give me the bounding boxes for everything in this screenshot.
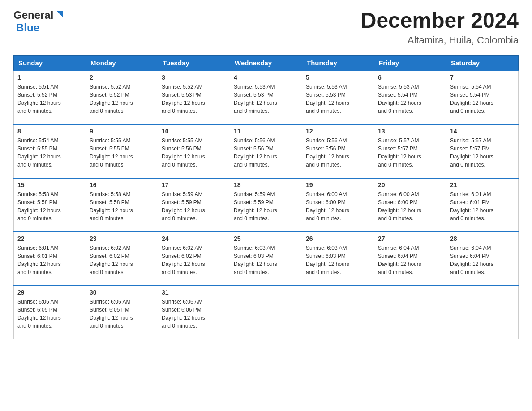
calendar-day-cell: 1Sunrise: 5:51 AMSunset: 5:52 PMDaylight… bbox=[14, 71, 86, 124]
calendar-day-cell: 5Sunrise: 5:53 AMSunset: 5:53 PMDaylight… bbox=[302, 71, 374, 124]
day-info: Sunrise: 5:54 AMSunset: 5:54 PMDaylight:… bbox=[450, 83, 515, 115]
calendar-day-cell: 14Sunrise: 5:57 AMSunset: 5:57 PMDayligh… bbox=[446, 124, 519, 178]
day-number: 29 bbox=[17, 289, 82, 296]
day-number: 18 bbox=[234, 181, 298, 188]
day-number: 22 bbox=[17, 235, 82, 242]
day-info: Sunrise: 6:05 AMSunset: 6:05 PMDaylight:… bbox=[90, 298, 154, 330]
calendar-day-cell bbox=[302, 286, 374, 339]
day-info: Sunrise: 5:59 AMSunset: 5:59 PMDaylight:… bbox=[162, 190, 226, 223]
calendar-day-cell: 7Sunrise: 5:54 AMSunset: 5:54 PMDaylight… bbox=[446, 71, 519, 124]
day-info: Sunrise: 5:52 AMSunset: 5:52 PMDaylight:… bbox=[90, 83, 154, 115]
day-info: Sunrise: 6:00 AMSunset: 6:00 PMDaylight:… bbox=[378, 190, 442, 223]
logo-general-text: General bbox=[13, 9, 53, 21]
calendar-day-cell: 22Sunrise: 6:01 AMSunset: 6:01 PMDayligh… bbox=[14, 232, 86, 286]
title-area: December 2024 Altamira, Huila, Colombia bbox=[361, 9, 519, 46]
weekday-header-wednesday: Wednesday bbox=[230, 55, 302, 71]
day-number: 26 bbox=[306, 235, 370, 242]
calendar-day-cell bbox=[374, 286, 446, 339]
calendar-week-row: 1Sunrise: 5:51 AMSunset: 5:52 PMDaylight… bbox=[14, 71, 519, 124]
day-number: 30 bbox=[90, 289, 154, 296]
day-number: 31 bbox=[162, 289, 226, 296]
day-number: 21 bbox=[450, 181, 515, 188]
day-number: 10 bbox=[162, 128, 226, 135]
month-title: December 2024 bbox=[361, 9, 519, 33]
calendar-day-cell: 29Sunrise: 6:05 AMSunset: 6:05 PMDayligh… bbox=[14, 286, 86, 339]
day-info: Sunrise: 5:57 AMSunset: 5:57 PMDaylight:… bbox=[378, 137, 442, 169]
day-number: 17 bbox=[162, 181, 226, 188]
calendar-day-cell: 9Sunrise: 5:55 AMSunset: 5:55 PMDaylight… bbox=[86, 124, 158, 178]
page-header: General Blue December 2024 Altamira, Hui… bbox=[13, 9, 519, 46]
calendar-day-cell: 11Sunrise: 5:56 AMSunset: 5:56 PMDayligh… bbox=[230, 124, 302, 178]
location-title: Altamira, Huila, Colombia bbox=[361, 34, 519, 46]
calendar-day-cell: 31Sunrise: 6:06 AMSunset: 6:06 PMDayligh… bbox=[158, 286, 230, 339]
day-number: 6 bbox=[378, 74, 442, 81]
day-number: 3 bbox=[162, 74, 226, 81]
weekday-header-friday: Friday bbox=[374, 55, 446, 71]
calendar-day-cell: 3Sunrise: 5:52 AMSunset: 5:53 PMDaylight… bbox=[158, 71, 230, 124]
calendar-day-cell: 25Sunrise: 6:03 AMSunset: 6:03 PMDayligh… bbox=[230, 232, 302, 286]
day-info: Sunrise: 5:53 AMSunset: 5:53 PMDaylight:… bbox=[234, 83, 298, 115]
day-number: 5 bbox=[306, 74, 370, 81]
calendar-day-cell: 23Sunrise: 6:02 AMSunset: 6:02 PMDayligh… bbox=[86, 232, 158, 286]
calendar-day-cell: 26Sunrise: 6:03 AMSunset: 6:03 PMDayligh… bbox=[302, 232, 374, 286]
day-number: 13 bbox=[378, 128, 442, 135]
logo-triangle-icon bbox=[54, 9, 64, 19]
day-number: 28 bbox=[450, 235, 515, 242]
calendar-day-cell: 8Sunrise: 5:54 AMSunset: 5:55 PMDaylight… bbox=[14, 124, 86, 178]
day-info: Sunrise: 5:53 AMSunset: 5:54 PMDaylight:… bbox=[378, 83, 442, 115]
day-number: 7 bbox=[450, 74, 515, 81]
day-info: Sunrise: 6:01 AMSunset: 6:01 PMDaylight:… bbox=[17, 244, 82, 276]
day-number: 19 bbox=[306, 181, 370, 188]
calendar-day-cell bbox=[446, 286, 519, 339]
day-info: Sunrise: 6:05 AMSunset: 6:05 PMDaylight:… bbox=[17, 298, 82, 330]
calendar-day-cell: 27Sunrise: 6:04 AMSunset: 6:04 PMDayligh… bbox=[374, 232, 446, 286]
logo: General Blue bbox=[13, 9, 64, 34]
day-info: Sunrise: 5:53 AMSunset: 5:53 PMDaylight:… bbox=[306, 83, 370, 115]
calendar-day-cell bbox=[230, 286, 302, 339]
day-number: 12 bbox=[306, 128, 370, 135]
weekday-header-monday: Monday bbox=[86, 55, 158, 71]
day-info: Sunrise: 5:58 AMSunset: 5:58 PMDaylight:… bbox=[17, 190, 82, 223]
calendar-header-row: SundayMondayTuesdayWednesdayThursdayFrid… bbox=[14, 55, 519, 71]
day-info: Sunrise: 5:58 AMSunset: 5:58 PMDaylight:… bbox=[90, 190, 154, 223]
day-number: 11 bbox=[234, 128, 298, 135]
calendar-day-cell: 19Sunrise: 6:00 AMSunset: 6:00 PMDayligh… bbox=[302, 178, 374, 232]
calendar-day-cell: 10Sunrise: 5:55 AMSunset: 5:56 PMDayligh… bbox=[158, 124, 230, 178]
day-number: 4 bbox=[234, 74, 298, 81]
weekday-header-thursday: Thursday bbox=[302, 55, 374, 71]
calendar-day-cell: 24Sunrise: 6:02 AMSunset: 6:02 PMDayligh… bbox=[158, 232, 230, 286]
weekday-header-sunday: Sunday bbox=[14, 55, 86, 71]
day-info: Sunrise: 6:02 AMSunset: 6:02 PMDaylight:… bbox=[162, 244, 226, 276]
day-info: Sunrise: 5:52 AMSunset: 5:53 PMDaylight:… bbox=[162, 83, 226, 115]
calendar-day-cell: 21Sunrise: 6:01 AMSunset: 6:01 PMDayligh… bbox=[446, 178, 519, 232]
day-number: 14 bbox=[450, 128, 515, 135]
day-info: Sunrise: 5:51 AMSunset: 5:52 PMDaylight:… bbox=[17, 83, 82, 115]
day-info: Sunrise: 6:00 AMSunset: 6:00 PMDaylight:… bbox=[306, 190, 370, 223]
calendar-day-cell: 12Sunrise: 5:56 AMSunset: 5:56 PMDayligh… bbox=[302, 124, 374, 178]
day-info: Sunrise: 5:54 AMSunset: 5:55 PMDaylight:… bbox=[17, 137, 82, 169]
day-info: Sunrise: 5:55 AMSunset: 5:55 PMDaylight:… bbox=[90, 137, 154, 169]
calendar-week-row: 22Sunrise: 6:01 AMSunset: 6:01 PMDayligh… bbox=[14, 232, 519, 286]
calendar-day-cell: 20Sunrise: 6:00 AMSunset: 6:00 PMDayligh… bbox=[374, 178, 446, 232]
day-number: 15 bbox=[17, 181, 82, 188]
day-info: Sunrise: 6:03 AMSunset: 6:03 PMDaylight:… bbox=[306, 244, 370, 276]
day-number: 1 bbox=[17, 74, 82, 81]
day-number: 9 bbox=[90, 128, 154, 135]
day-info: Sunrise: 6:01 AMSunset: 6:01 PMDaylight:… bbox=[450, 190, 515, 223]
calendar-day-cell: 13Sunrise: 5:57 AMSunset: 5:57 PMDayligh… bbox=[374, 124, 446, 178]
day-number: 23 bbox=[90, 235, 154, 242]
calendar-day-cell: 2Sunrise: 5:52 AMSunset: 5:52 PMDaylight… bbox=[86, 71, 158, 124]
calendar-day-cell: 18Sunrise: 5:59 AMSunset: 5:59 PMDayligh… bbox=[230, 178, 302, 232]
calendar-day-cell: 28Sunrise: 6:04 AMSunset: 6:04 PMDayligh… bbox=[446, 232, 519, 286]
day-info: Sunrise: 6:06 AMSunset: 6:06 PMDaylight:… bbox=[162, 298, 226, 330]
day-info: Sunrise: 5:56 AMSunset: 5:56 PMDaylight:… bbox=[234, 137, 298, 169]
calendar-day-cell: 17Sunrise: 5:59 AMSunset: 5:59 PMDayligh… bbox=[158, 178, 230, 232]
day-info: Sunrise: 5:57 AMSunset: 5:57 PMDaylight:… bbox=[450, 137, 515, 169]
calendar-week-row: 8Sunrise: 5:54 AMSunset: 5:55 PMDaylight… bbox=[14, 124, 519, 178]
day-info: Sunrise: 5:56 AMSunset: 5:56 PMDaylight:… bbox=[306, 137, 370, 169]
calendar-week-row: 29Sunrise: 6:05 AMSunset: 6:05 PMDayligh… bbox=[14, 286, 519, 339]
day-number: 16 bbox=[90, 181, 154, 188]
day-number: 25 bbox=[234, 235, 298, 242]
calendar-day-cell: 16Sunrise: 5:58 AMSunset: 5:58 PMDayligh… bbox=[86, 178, 158, 232]
day-info: Sunrise: 6:02 AMSunset: 6:02 PMDaylight:… bbox=[90, 244, 154, 276]
